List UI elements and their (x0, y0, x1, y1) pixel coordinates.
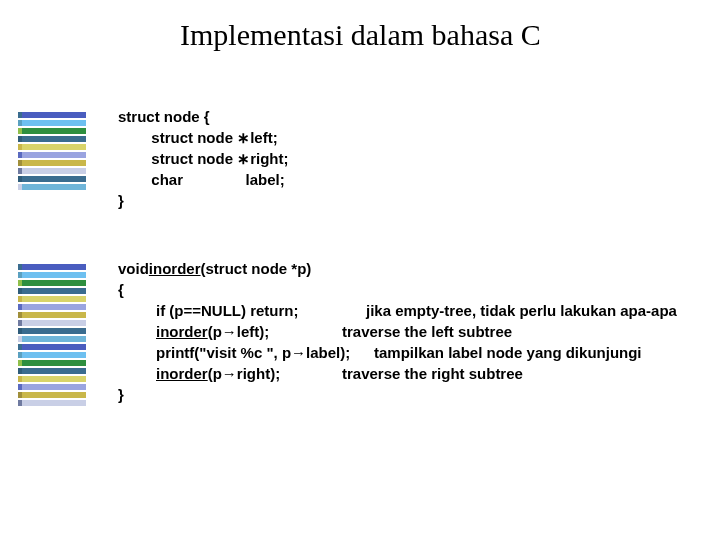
bullet-icon (18, 264, 86, 408)
comment: traverse the right subtree (342, 363, 523, 384)
code-line: void inorder(struct node *p) (118, 258, 677, 279)
code-line: { (118, 279, 677, 300)
bullet-icon (18, 112, 86, 192)
code-line: struct node ∗left; (118, 129, 278, 146)
code-line: struct node { (118, 108, 210, 125)
fn-call: inorder (156, 323, 208, 340)
code-line: } (118, 192, 124, 209)
brace: } (118, 384, 124, 405)
statement: printf("visit %c ", p→label); (156, 342, 374, 363)
code-struct: struct node { struct node ∗left; struct … (118, 106, 289, 211)
comment: jika empty-tree, tidak perlu lakukan apa… (366, 300, 677, 321)
statement: if (p==NULL) return; (156, 300, 366, 321)
fn-args: (p→left); (208, 323, 270, 340)
comment: tampilkan label node yang dikunjungi (374, 342, 642, 363)
code-line: inorder(p→right);traverse the right subt… (118, 363, 677, 384)
code-line: } (118, 384, 677, 405)
fn-sig: (struct node *p) (201, 258, 312, 279)
code-line: printf("visit %c ", p→label);tampilkan l… (118, 342, 677, 363)
code-function: void inorder(struct node *p) { if (p==NU… (118, 258, 677, 405)
fn-name: inorder (149, 258, 201, 279)
fn-args: (p→right); (208, 365, 280, 382)
comment: traverse the left subtree (342, 321, 512, 342)
code-line: struct node ∗right; (118, 150, 289, 167)
fn-call: inorder (156, 365, 208, 382)
code-line: if (p==NULL) return;jika empty-tree, tid… (118, 300, 677, 321)
code-line: char label; (118, 171, 285, 188)
brace: { (118, 279, 124, 300)
page-title: Implementasi dalam bahasa C (180, 18, 541, 52)
keyword: void (118, 258, 149, 279)
code-line: inorder(p→left);traverse the left subtre… (118, 321, 677, 342)
